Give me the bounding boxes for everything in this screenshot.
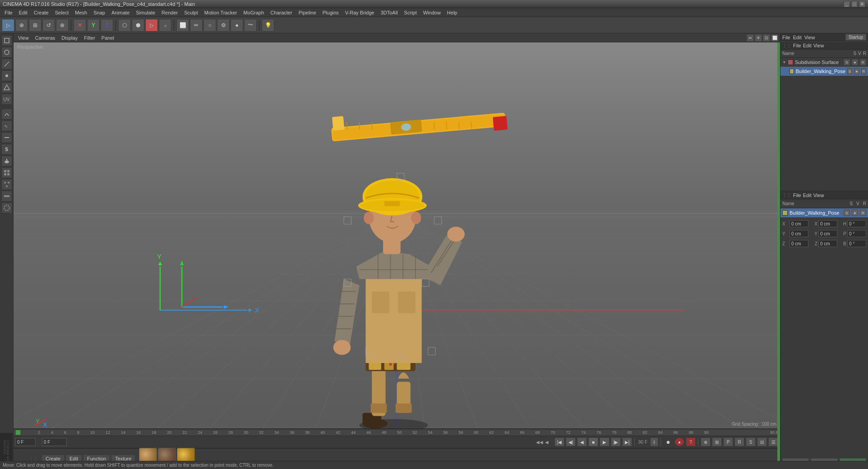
menu-3dtoall[interactable]: 3DToAll	[378, 9, 401, 16]
menu-animate[interactable]: Animate	[109, 9, 132, 16]
toolbar-rec-btn[interactable]: ⬢	[132, 19, 144, 32]
attr-icon-s[interactable]: S	[844, 210, 850, 216]
menu-simulate[interactable]: Simulate	[133, 9, 158, 16]
om-row-builder[interactable]: Builder_Walking_Pose S ● R	[780, 67, 868, 76]
toolbar-wave-btn[interactable]: 〜	[244, 19, 257, 32]
tl-key-pos-btn[interactable]: P	[723, 437, 733, 446]
om-icon-v-subdiv[interactable]: ●	[852, 59, 858, 65]
rt-file[interactable]: File	[782, 35, 790, 40]
toolbar-transform-btn[interactable]: ⊕	[56, 19, 69, 32]
om-view-btn[interactable]: View	[813, 43, 824, 48]
toolbar-render-btn[interactable]: ⬦	[159, 19, 171, 32]
menu-character[interactable]: Character	[268, 9, 295, 16]
vp-ctrl-expand[interactable]: ⇔	[747, 34, 754, 41]
sidebar-edge-icon[interactable]	[1, 59, 12, 69]
menu-motion-tracker[interactable]: Motion Tracker	[202, 9, 240, 16]
sidebar-twist-icon[interactable]: ∿	[1, 120, 12, 131]
sidebar-point-icon[interactable]	[1, 70, 12, 81]
toolbar-move-btn[interactable]: ⊕	[15, 19, 28, 32]
menu-edit[interactable]: Edit	[16, 9, 30, 16]
sidebar-tool5-icon[interactable]	[1, 191, 12, 202]
sidebar-tool6-icon[interactable]	[1, 202, 12, 213]
tl-scheme-btn[interactable]: ☰	[768, 437, 778, 446]
toolbar-z-btn[interactable]: Z	[101, 19, 113, 32]
tl-key-param-btn[interactable]: ⊟	[757, 437, 767, 446]
menu-file[interactable]: File	[2, 9, 15, 16]
attr-file-btn[interactable]: File	[793, 193, 801, 198]
om-edit-btn[interactable]: Edit	[803, 43, 812, 48]
viewport-container[interactable]: View Cameras Display Filter Panel ⇔ ✛ ⊡ …	[14, 33, 780, 428]
attr-icon-r[interactable]: R	[860, 210, 866, 216]
sidebar-model-icon[interactable]	[1, 82, 12, 93]
vp-ctrl-move[interactable]: ✛	[755, 34, 762, 41]
toolbar-play-btn[interactable]: ▷	[145, 19, 158, 32]
tl-record-btn[interactable]: ⏺	[663, 437, 673, 446]
menu-create[interactable]: Create	[31, 9, 51, 16]
attr-z2-field[interactable]: 0 cm	[818, 240, 837, 247]
close-btn[interactable]: ✕	[859, 1, 865, 7]
sidebar-line-icon[interactable]	[1, 132, 12, 143]
tl-question-btn[interactable]: ?	[686, 437, 696, 446]
menu-plugins[interactable]: Plugins	[320, 9, 342, 16]
tl-next-key-btn[interactable]: |▶	[611, 437, 621, 446]
menu-snap[interactable]: Snap	[91, 9, 108, 16]
tl-stop-btn[interactable]: ■	[588, 437, 598, 446]
attr-y2-field[interactable]: 0 cm	[818, 230, 837, 237]
toolbar-cube-btn[interactable]: ⬜	[176, 19, 189, 32]
om-icon-s-builder[interactable]: S	[847, 68, 852, 74]
attr-y-field[interactable]: 0 cm	[790, 230, 808, 237]
sidebar-grid-icon[interactable]	[1, 167, 12, 178]
om-file-btn[interactable]: File	[793, 43, 801, 48]
attr-edit-btn[interactable]: Edit	[803, 193, 812, 198]
vp-ctrl-maximize[interactable]: ⬜	[771, 34, 778, 41]
menu-sculpt[interactable]: Sculpt	[181, 9, 201, 16]
om-row-subdivision[interactable]: ▼ Subdivision Surface S ● R	[780, 58, 868, 67]
sidebar-particles-icon[interactable]	[1, 179, 12, 190]
rt-view[interactable]: View	[804, 35, 815, 40]
sidebar-object-icon[interactable]	[1, 35, 12, 46]
toolbar-select-btn[interactable]: ▷	[2, 19, 14, 32]
menu-select[interactable]: Select	[52, 9, 72, 16]
tl-key-sel-btn[interactable]: ⊞	[712, 437, 722, 446]
vp-menu-filter[interactable]: Filter	[81, 34, 97, 41]
attr-z-field[interactable]: 0 cm	[790, 240, 808, 247]
current-frame-input[interactable]	[15, 438, 36, 446]
tl-key-scl-btn[interactable]: S	[746, 437, 756, 446]
toolbar-light-btn[interactable]: 💡	[262, 19, 274, 32]
menu-mograph[interactable]: MoGraph	[240, 9, 267, 16]
attr-p-field[interactable]: 0 °	[847, 230, 866, 237]
tl-play-rev-btn[interactable]: ◀	[577, 437, 587, 446]
toolbar-gear-btn[interactable]: ⚙	[217, 19, 230, 32]
attr-x2-field[interactable]: 0 cm	[818, 220, 837, 227]
sidebar-uv-icon[interactable]: UV	[1, 94, 12, 105]
tl-frame-step[interactable]: 1	[650, 437, 658, 446]
om-icon-r-subdiv[interactable]: R	[860, 59, 866, 65]
attr-icon-v[interactable]: ●	[852, 210, 858, 216]
om-icon-r-builder[interactable]: R	[861, 68, 866, 74]
attr-h-field[interactable]: 0 °	[847, 220, 866, 227]
rt-edit[interactable]: Edit	[793, 35, 802, 40]
toolbar-scale-btn[interactable]: ⊞	[29, 19, 42, 32]
attr-view-btn[interactable]: View	[813, 193, 824, 198]
toolbar-x-btn[interactable]: ✕	[74, 19, 86, 32]
viewport-3d[interactable]: X Y	[14, 42, 780, 428]
vp-menu-cameras[interactable]: Cameras	[32, 34, 58, 41]
vp-ctrl-zoom[interactable]: ⊡	[763, 34, 770, 41]
tl-key-rot-btn[interactable]: R	[734, 437, 744, 446]
vp-menu-display[interactable]: Display	[59, 34, 80, 41]
vp-menu-view[interactable]: View	[15, 34, 32, 41]
sidebar-paint-icon[interactable]	[1, 156, 12, 166]
menu-pipeline[interactable]: Pipeline	[296, 9, 319, 16]
sidebar-polygon-icon[interactable]	[1, 47, 12, 58]
toolbar-circle-btn[interactable]: ○	[203, 19, 216, 32]
toolbar-rotate-btn[interactable]: ↺	[42, 19, 55, 32]
toolbar-sphere-btn[interactable]: ●	[231, 19, 243, 32]
tl-prev-key-btn[interactable]: ◀|	[566, 437, 576, 446]
tl-key-all-btn[interactable]: ⊕	[701, 437, 711, 446]
menu-render[interactable]: Render	[159, 9, 180, 16]
tl-end-btn[interactable]: ▶|	[622, 437, 632, 446]
tl-auto-key-btn[interactable]: ●	[674, 437, 684, 446]
attr-obj-row[interactable]: Builder_Walking_Pose S ● R	[780, 208, 868, 217]
current-frame-display[interactable]	[42, 438, 67, 446]
toolbar-obj-btn[interactable]: ⬡	[118, 19, 131, 32]
